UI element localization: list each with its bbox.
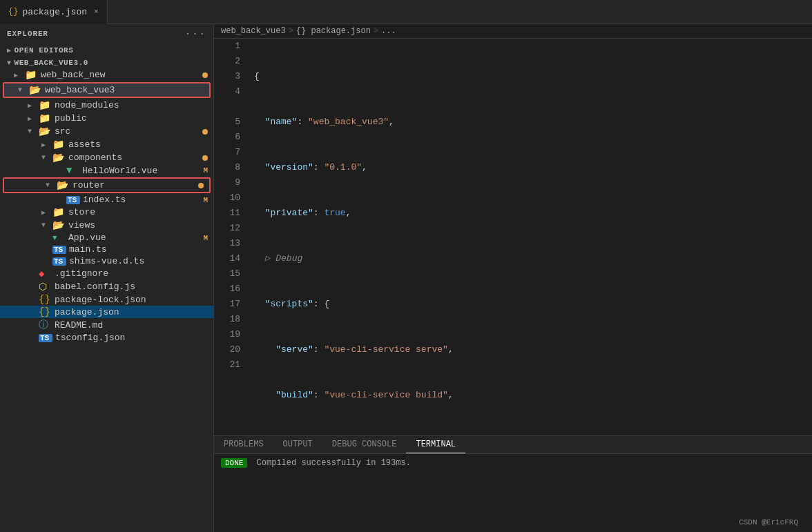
- tab-debug-console[interactable]: DEBUG CONSOLE: [322, 436, 407, 453]
- tab-close-button[interactable]: ×: [94, 8, 99, 16]
- sidebar-item-components[interactable]: ▼ 📂 components: [0, 151, 213, 164]
- vue-file-icon: ▼: [66, 165, 80, 176]
- open-editors-section[interactable]: ▶ OPEN EDITORS: [0, 43, 213, 56]
- vue-file-icon: ▼: [52, 234, 66, 242]
- sidebar-item-assets[interactable]: ▶ 📁 assets: [0, 138, 213, 151]
- sidebar-item-package-lock-json[interactable]: {} package-lock.json: [0, 293, 213, 306]
- sidebar: EXPLORER ··· ▶ OPEN EDITORS ▼ WEB_BACK_V…: [0, 24, 214, 532]
- code-line-2: "name": "web_back_vue3",: [254, 115, 812, 130]
- sidebar-item-store[interactable]: ▶ 📁 store: [0, 206, 213, 219]
- item-label: store: [68, 207, 213, 217]
- sidebar-item-web-back-vue3[interactable]: ▼ 📂 web_back_vue3: [4, 83, 209, 97]
- modified-indicator: M: [203, 196, 208, 204]
- modified-indicator: M: [203, 234, 208, 242]
- item-label: router: [72, 180, 198, 190]
- sidebar-item-main-ts[interactable]: TS main.ts: [0, 244, 213, 255]
- watermark: CSDN @EricFRQ: [221, 517, 805, 528]
- sidebar-item-src[interactable]: ▼ 📂 src: [0, 125, 213, 138]
- code-line-3: "version": "0.1.0",: [254, 160, 812, 175]
- modified-badge: [198, 183, 204, 188]
- tab-problems[interactable]: PROBLEMS: [214, 436, 273, 453]
- sidebar-item-tsconfig-json[interactable]: TS tsconfig.json: [0, 332, 213, 344]
- folder-icon: 📁: [25, 69, 39, 81]
- root-chevron: ▼: [7, 59, 12, 67]
- modified-badge: [202, 129, 208, 135]
- folder-icon: 📁: [52, 139, 66, 150]
- breadcrumb: web_back_vue3 > {} package.json > ...: [214, 24, 812, 39]
- tab-label: package.json: [22, 7, 87, 17]
- chevron-right-icon: ▶: [28, 115, 39, 123]
- modified-badge: [202, 155, 208, 161]
- item-label: README.md: [55, 320, 213, 331]
- sidebar-item-web-back-new[interactable]: ▶ 📁 web_back_new: [0, 68, 213, 81]
- item-label: node_modules: [55, 100, 213, 110]
- item-label: shims-vue.d.ts: [69, 256, 213, 266]
- ts-file-icon: TS: [66, 196, 80, 204]
- item-label: App.vue: [68, 233, 203, 243]
- js-file-icon: ⬡: [39, 281, 52, 293]
- folder-icon: 📁: [39, 99, 52, 111]
- chevron-right-icon: ▶: [14, 71, 25, 79]
- terminal-line: DONE Compiled successfully in 193ms.: [221, 458, 805, 468]
- sidebar-item-index-ts[interactable]: TS index.ts M: [0, 194, 213, 206]
- folder-icon: 📁: [39, 112, 52, 124]
- item-label: tsconfig.json: [55, 333, 213, 343]
- item-label: index.ts: [83, 195, 203, 205]
- sidebar-item-babel-config[interactable]: ⬡ babel.config.js: [0, 280, 213, 293]
- sidebar-item-views[interactable]: ▼ 📂 views: [0, 219, 213, 232]
- tab-terminal[interactable]: TERMINAL: [406, 436, 465, 453]
- panel-tabs: PROBLEMS OUTPUT DEBUG CONSOLE TERMINAL: [214, 436, 812, 454]
- code-content: { "name": "web_back_vue3", "version": "0…: [247, 39, 812, 435]
- ts-file-icon: TS: [52, 246, 66, 254]
- sidebar-header: EXPLORER ···: [0, 24, 213, 43]
- folder-open-icon: 📂: [57, 179, 70, 191]
- item-label: package.json: [55, 307, 213, 317]
- sidebar-item-readme-md[interactable]: ⓘ README.md: [0, 318, 213, 332]
- modified-badge: [202, 72, 208, 78]
- folder-open-icon: 📂: [29, 84, 43, 96]
- sidebar-item-app-vue[interactable]: ▼ App.vue M: [0, 232, 213, 244]
- chevron-down-icon: ▼: [28, 128, 39, 135]
- breadcrumb-part2: {} package.json: [296, 26, 371, 36]
- item-label: assets: [68, 139, 213, 150]
- breadcrumb-sep2: >: [374, 26, 378, 36]
- sidebar-item-helloworld-vue[interactable]: ▼ HelloWorld.vue M: [0, 164, 213, 177]
- chevron-right-icon: ▶: [41, 208, 52, 217]
- folder-icon: 📁: [52, 206, 66, 218]
- main-layout: EXPLORER ··· ▶ OPEN EDITORS ▼ WEB_BACK_V…: [0, 24, 812, 532]
- folder-open-icon: 📂: [52, 152, 66, 164]
- code-line-6: "serve": "vue-cli-service serve",: [254, 342, 812, 357]
- item-label: .gitignore: [55, 268, 213, 279]
- item-label: src: [55, 126, 202, 137]
- item-label: babel.config.js: [55, 282, 213, 292]
- root-section[interactable]: ▼ WEB_BACK_VUE3.0: [0, 56, 213, 68]
- sidebar-item-shims-vue[interactable]: TS shims-vue.d.ts: [0, 255, 213, 267]
- chevron-right-icon: ▶: [41, 141, 52, 149]
- json-file-icon: {}: [39, 294, 52, 305]
- item-label: HelloWorld.vue: [82, 166, 203, 176]
- sidebar-item-router[interactable]: ▼ 📂 router: [4, 179, 209, 192]
- item-label: views: [68, 220, 213, 230]
- explorer-title: EXPLORER: [7, 30, 48, 38]
- breadcrumb-part3: ...: [381, 26, 396, 36]
- chevron-right-icon: ▶: [28, 101, 39, 110]
- item-label: web_back_vue3: [45, 85, 209, 95]
- code-line-4: "private": true,: [254, 206, 812, 221]
- sidebar-item-package-json[interactable]: {} package.json: [0, 306, 213, 318]
- tab-output[interactable]: OUTPUT: [273, 436, 322, 453]
- code-line-5: "scripts": {: [254, 297, 812, 312]
- code-editor[interactable]: 1 2 3 4 5 6 7 8 9 10 11 12 13 14 15 16 1…: [214, 39, 812, 435]
- tab-package-json[interactable]: {} package.json ×: [0, 0, 108, 24]
- sidebar-item-gitignore[interactable]: ◆ .gitignore: [0, 267, 213, 280]
- chevron-down-icon: ▼: [46, 181, 57, 189]
- sidebar-item-public[interactable]: ▶ 📁 public: [0, 112, 213, 125]
- json-tab-icon: {}: [8, 7, 18, 17]
- title-bar: {} package.json ×: [0, 0, 812, 24]
- code-line-7: "build": "vue-cli-service build",: [254, 388, 812, 403]
- item-label: components: [68, 152, 202, 163]
- sidebar-menu-dots[interactable]: ···: [185, 28, 206, 39]
- root-label: WEB_BACK_VUE3.0: [14, 59, 88, 67]
- sidebar-item-node-modules[interactable]: ▶ 📁 node_modules: [0, 99, 213, 112]
- ts-file-icon: TS: [39, 334, 52, 342]
- item-label: public: [55, 113, 213, 124]
